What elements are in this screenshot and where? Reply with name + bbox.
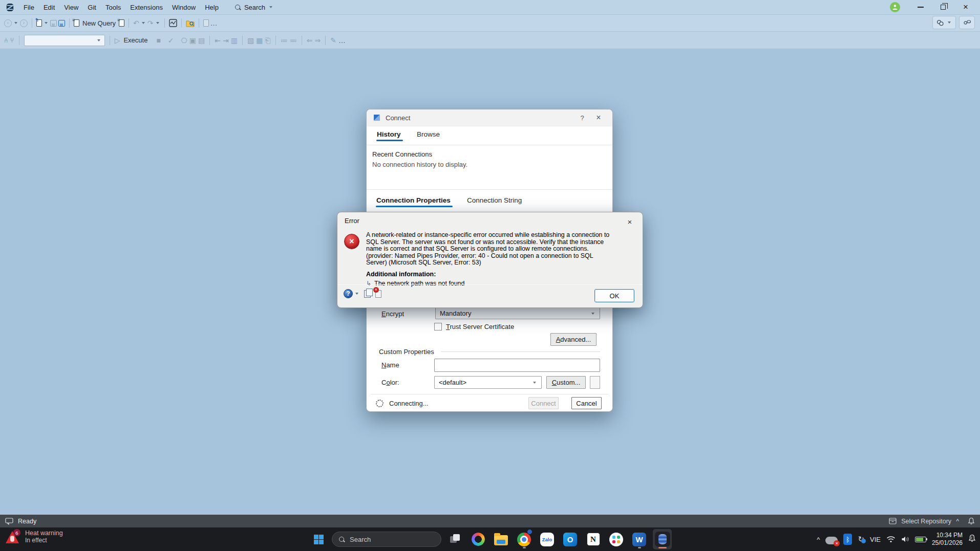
close-button[interactable]: ×: [954, 0, 977, 14]
weather-widget[interactable]: 6 Heat warning In effect: [5, 530, 63, 544]
connect-help-button[interactable]: ?: [574, 112, 590, 124]
undo-dropdown-icon[interactable]: [142, 22, 145, 24]
parse-icon[interactable]: ✓: [168, 37, 174, 44]
message-bubble-icon[interactable]: [5, 518, 13, 525]
save-all-icon[interactable]: [58, 20, 65, 27]
error-close-button[interactable]: ×: [623, 215, 636, 228]
taskbar-clock[interactable]: 10:34 PM 25/01/2026: [932, 532, 963, 547]
query-options-icon[interactable]: ⇥: [223, 37, 229, 44]
new-file-icon[interactable]: ↰: [36, 19, 42, 27]
navigate-back-icon[interactable]: ‹: [4, 19, 12, 27]
menu-extensions[interactable]: Extensions: [125, 2, 167, 13]
menu-tools[interactable]: Tools: [101, 2, 125, 13]
decrease-indent-icon[interactable]: ⇐: [307, 37, 313, 44]
execute-play-icon[interactable]: ▷: [115, 37, 120, 44]
help-icon[interactable]: ?: [344, 289, 353, 298]
advanced-button[interactable]: Advanced...: [550, 333, 596, 346]
task-view-button[interactable]: [445, 529, 464, 549]
activity-monitor-icon[interactable]: [169, 19, 177, 27]
menu-window[interactable]: Window: [167, 2, 200, 13]
notion-button[interactable]: N: [584, 529, 603, 549]
color-swatch[interactable]: [590, 376, 600, 389]
select-repository-button[interactable]: Select Repository: [901, 518, 951, 525]
change-connection-icon[interactable]: ⑂: [10, 36, 14, 44]
sync-icon[interactable]: ↻: [858, 535, 864, 544]
new-query-button[interactable]: New Query: [81, 19, 117, 27]
zalo-button[interactable]: Zalo: [538, 529, 557, 549]
help-dropdown-icon[interactable]: [355, 293, 358, 295]
trust-server-certificate-checkbox[interactable]: [434, 323, 442, 330]
menu-help[interactable]: Help: [200, 2, 223, 13]
volume-icon[interactable]: [901, 536, 909, 543]
redo-dropdown-icon[interactable]: [156, 22, 159, 24]
do-not-disturb-bell-icon[interactable]: z: [968, 534, 976, 544]
encrypt-dropdown[interactable]: Mandatory: [435, 307, 600, 319]
specify-values-icon[interactable]: ⇤: [215, 37, 221, 44]
notifications-bell-icon[interactable]: [968, 517, 975, 525]
taskbar-search[interactable]: Search: [332, 532, 441, 547]
uncomment-icon[interactable]: ≕: [290, 37, 297, 44]
new-query-current-connection-icon[interactable]: ≡: [119, 19, 124, 27]
menu-file[interactable]: File: [19, 2, 39, 13]
menu-search-control[interactable]: Search: [230, 2, 278, 13]
connect-icon[interactable]: ⑃: [4, 36, 8, 44]
cancel-query-icon[interactable]: ■: [156, 37, 160, 44]
word-button[interactable]: W: [630, 529, 649, 549]
open-folder-search-icon[interactable]: [186, 19, 195, 27]
wifi-icon[interactable]: [886, 536, 896, 543]
error-report-icon[interactable]: [375, 290, 381, 298]
language-indicator[interactable]: VIE: [870, 536, 881, 543]
new-file-dropdown-icon[interactable]: [45, 22, 48, 24]
trust-server-certificate-label[interactable]: Trust Server Certificate: [446, 323, 514, 330]
estimated-plan-icon[interactable]: ⎔: [181, 37, 187, 44]
color-dropdown[interactable]: <default>: [434, 376, 542, 389]
back-dropdown-icon[interactable]: [14, 22, 17, 24]
ok-button[interactable]: OK: [594, 289, 634, 302]
live-share-button[interactable]: [932, 16, 956, 29]
navigate-forward-icon[interactable]: ›: [20, 19, 28, 27]
new-query-icon[interactable]: ≡: [74, 19, 79, 27]
connect-button[interactable]: Connect: [528, 397, 559, 409]
comment-icon[interactable]: ≔: [281, 37, 288, 44]
database-selector[interactable]: [24, 35, 105, 46]
results-to-file-icon[interactable]: ⎗: [265, 37, 270, 44]
outlook-button[interactable]: O: [561, 529, 580, 549]
tab-connection-string[interactable]: Connection String: [467, 196, 522, 204]
start-button[interactable]: [309, 530, 328, 548]
tab-connection-properties[interactable]: Connection Properties: [376, 196, 451, 204]
file-explorer-button[interactable]: [492, 529, 510, 549]
name-input[interactable]: [434, 359, 600, 372]
menu-git[interactable]: Git: [83, 2, 101, 13]
restore-button[interactable]: [932, 0, 954, 14]
results-to-grid-icon[interactable]: ▦: [256, 37, 263, 44]
onedrive-error-icon[interactable]: [825, 537, 838, 544]
feedback-button[interactable]: [959, 16, 975, 29]
tray-overflow-chevron-icon[interactable]: ^: [817, 536, 820, 543]
chrome-button[interactable]: [515, 529, 534, 549]
tab-browse[interactable]: Browse: [417, 130, 440, 138]
intellisense-icon[interactable]: ▥: [231, 37, 238, 44]
menu-edit[interactable]: Edit: [39, 2, 59, 13]
account-avatar[interactable]: [890, 2, 900, 12]
copilot-button[interactable]: [468, 529, 487, 549]
repository-chevron-up-icon[interactable]: ^: [956, 518, 959, 525]
minimize-button[interactable]: [909, 0, 932, 14]
debug-icon[interactable]: ✎: [330, 37, 336, 44]
ssms-taskbar-button[interactable]: [653, 529, 672, 549]
copy-message-icon[interactable]: [364, 290, 371, 298]
custom-color-button[interactable]: Custom...: [546, 376, 586, 389]
bluetooth-icon[interactable]: ᛒ: [843, 534, 852, 545]
live-query-stats-icon[interactable]: ▣: [189, 37, 196, 44]
live-share-dropdown-icon[interactable]: [948, 21, 951, 24]
redo-icon[interactable]: ↷: [147, 19, 154, 27]
editor-toolbar-overflow-icon[interactable]: …: [338, 37, 346, 44]
slack-button[interactable]: [607, 529, 626, 549]
save-icon[interactable]: [50, 20, 57, 27]
undo-icon[interactable]: ↶: [133, 19, 139, 27]
cancel-button[interactable]: Cancel: [571, 397, 602, 409]
execute-button[interactable]: Execute: [122, 36, 149, 44]
connect-close-button[interactable]: ×: [591, 112, 606, 124]
results-pane-icon[interactable]: ▤: [198, 37, 205, 44]
increase-indent-icon[interactable]: ⇒: [314, 37, 321, 44]
compare-files-icon[interactable]: [203, 19, 209, 27]
